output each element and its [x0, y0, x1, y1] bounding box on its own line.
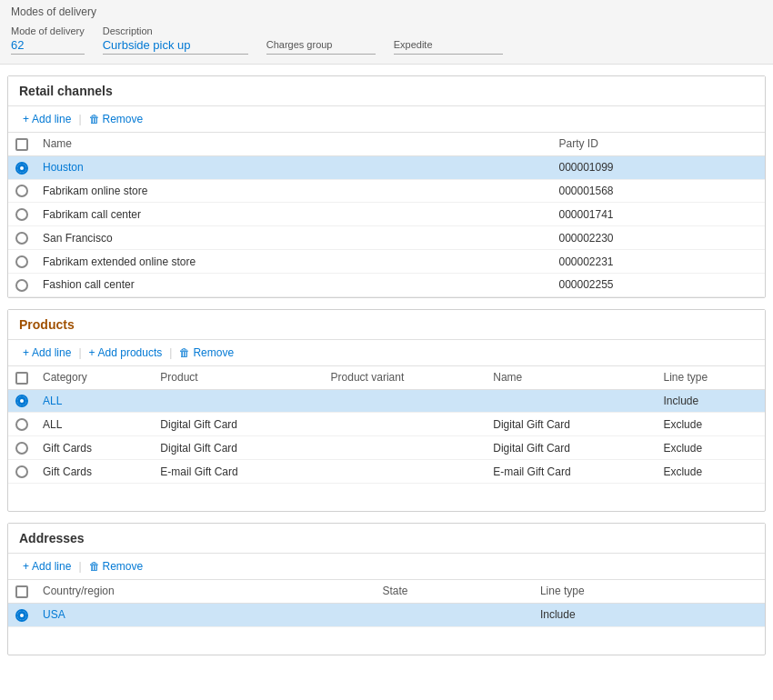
addresses-remove-label: Remove: [103, 560, 144, 573]
addresses-table: Country/region State Line type USA Inclu…: [8, 580, 765, 627]
plus-icon: +: [23, 113, 29, 125]
expedite-label: Expedite: [394, 39, 503, 50]
retail-row-radio-cell: [8, 226, 35, 250]
retail-check-header: [8, 133, 35, 155]
retail-row-name: Fashion call center: [35, 273, 551, 296]
product-row-radio[interactable]: [15, 395, 28, 407]
mode-value[interactable]: 62: [11, 38, 85, 55]
retail-channels-row[interactable]: Houston 000001099: [8, 155, 765, 179]
retail-add-line-button[interactable]: + Add line: [19, 111, 75, 127]
retail-channels-row[interactable]: Fashion call center 000002255: [8, 273, 765, 296]
products-linetype-header: Line type: [656, 366, 765, 389]
addresses-panel: Addresses + Add line | 🗑 Remove Country/…: [7, 523, 766, 655]
product-row-product: [153, 389, 323, 413]
products-body: ALL Include ALL Digital Gift Card Digita…: [8, 389, 765, 483]
retail-row-radio[interactable]: [15, 232, 28, 245]
addresses-header-row: Country/region State Line type: [8, 580, 765, 603]
retail-row-radio[interactable]: [15, 162, 28, 175]
product-row-radio[interactable]: [15, 418, 28, 431]
products-product-header: Product: [153, 366, 323, 389]
products-row[interactable]: Gift Cards Digital Gift Card Digital Gif…: [8, 436, 765, 460]
products-panel: Products + Add line | + Add products | 🗑…: [7, 309, 766, 512]
addresses-add-line-label: Add line: [32, 560, 71, 573]
retail-remove-button[interactable]: 🗑 Remove: [85, 111, 147, 127]
retail-channels-row[interactable]: San Francisco 000002230: [8, 226, 765, 250]
retail-row-radio[interactable]: [15, 279, 28, 292]
plus-icon-2: +: [23, 346, 29, 359]
product-row-category: Gift Cards: [35, 436, 153, 460]
retail-channels-header-row: Name Party ID: [8, 133, 765, 155]
product-row-variant: [324, 436, 487, 460]
retail-row-partyid: 000002230: [551, 226, 765, 250]
product-row-category: ALL: [35, 389, 153, 413]
product-row-radio-cell: [8, 389, 35, 413]
retail-name-header: Name: [35, 133, 551, 155]
addresses-title: Addresses: [8, 524, 765, 554]
retail-row-partyid: 000001099: [551, 155, 765, 179]
product-row-radio[interactable]: [15, 442, 28, 455]
retail-row-name: Fabrikam online store: [35, 179, 551, 203]
products-row[interactable]: Gift Cards E-mail Gift Card E-mail Gift …: [8, 460, 765, 484]
retail-header-checkbox[interactable]: [15, 138, 28, 151]
expedite-field: Expedite: [394, 39, 503, 55]
retail-channels-panel: Retail channels + Add line | 🗑 Remove Na…: [7, 75, 766, 298]
retail-channels-toolbar: + Add line | 🗑 Remove: [8, 106, 765, 133]
retail-row-radio-cell: [8, 250, 35, 274]
address-row-state: [375, 603, 533, 626]
products-table: Category Product Product variant Name Li…: [8, 366, 765, 484]
addresses-empty-space: [8, 627, 765, 655]
product-row-linetype: Exclude: [656, 436, 765, 460]
product-row-category: Gift Cards: [35, 460, 153, 484]
charges-label: Charges group: [266, 39, 376, 50]
addresses-check-header: [8, 580, 35, 603]
addresses-row[interactable]: USA Include: [8, 603, 765, 626]
retail-row-radio[interactable]: [15, 208, 28, 221]
charges-value[interactable]: [266, 52, 376, 55]
products-row[interactable]: ALL Include: [8, 389, 765, 413]
product-row-linetype: Include: [656, 389, 765, 413]
toolbar-sep-1: |: [78, 113, 81, 125]
desc-value[interactable]: Curbside pick up: [103, 38, 248, 55]
retail-row-radio-cell: [8, 155, 35, 179]
product-row-name: Digital Gift Card: [486, 413, 656, 436]
retail-channels-row[interactable]: Fabrikam online store 000001568: [8, 179, 765, 203]
products-header-checkbox[interactable]: [15, 372, 28, 385]
addresses-toolbar: + Add line | 🗑 Remove: [8, 554, 765, 580]
products-add-line-button[interactable]: + Add line: [19, 345, 75, 361]
mode-label: Mode of delivery: [11, 25, 85, 36]
product-row-radio[interactable]: [15, 465, 28, 478]
product-row-product: E-mail Gift Card: [153, 460, 323, 484]
addresses-header-checkbox[interactable]: [15, 585, 28, 598]
retail-channels-row[interactable]: Fabrikam extended online store 000002231: [8, 250, 765, 274]
toolbar-sep-3: |: [169, 346, 172, 359]
product-row-product: Digital Gift Card: [153, 436, 323, 460]
retail-channels-row[interactable]: Fabrikam call center 000001741: [8, 203, 765, 226]
product-row-variant: [324, 460, 487, 484]
addresses-body: USA Include: [8, 603, 765, 626]
products-empty-space: [8, 484, 765, 511]
desc-label: Description: [103, 25, 248, 36]
product-row-name: Digital Gift Card: [486, 436, 656, 460]
trash-icon-2: 🗑: [179, 346, 190, 359]
products-header-row: Category Product Product variant Name Li…: [8, 366, 765, 389]
addresses-remove-button[interactable]: 🗑 Remove: [85, 558, 147, 575]
products-add-line-label: Add line: [32, 346, 71, 359]
products-remove-label: Remove: [193, 346, 234, 359]
products-remove-button[interactable]: 🗑 Remove: [176, 345, 237, 361]
product-row-name: [486, 389, 656, 413]
products-row[interactable]: ALL Digital Gift Card Digital Gift Card …: [8, 413, 765, 436]
products-add-products-button[interactable]: + Add products: [85, 345, 166, 361]
retail-row-radio[interactable]: [15, 255, 28, 268]
product-row-linetype: Exclude: [656, 460, 765, 484]
retail-row-radio-cell: [8, 203, 35, 226]
retail-row-name: San Francisco: [35, 226, 551, 250]
retail-row-name: Houston: [35, 155, 551, 179]
address-row-radio[interactable]: [15, 609, 28, 622]
expedite-value[interactable]: [394, 52, 503, 55]
retail-row-radio[interactable]: [15, 185, 28, 197]
retail-row-partyid: 000002255: [551, 273, 765, 296]
addresses-add-line-button[interactable]: + Add line: [19, 558, 75, 575]
delivery-fields: Mode of delivery 62 Description Curbside…: [11, 22, 762, 60]
retail-row-radio-cell: [8, 179, 35, 203]
product-row-variant: [324, 389, 487, 413]
